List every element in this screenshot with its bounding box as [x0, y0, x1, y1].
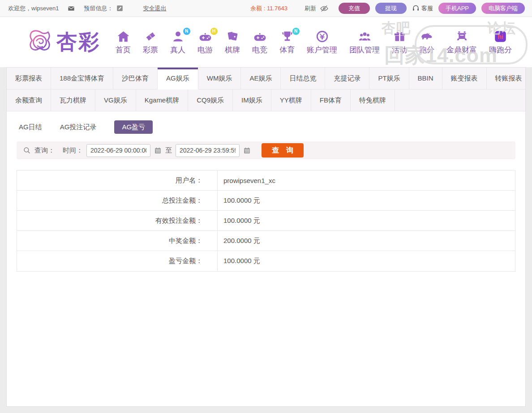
report-row-label: 中奖金额：: [17, 231, 218, 251]
main-nav: 首页彩票N真人H电游棋牌电竞N体育账户管理团队管理活动跑分金鼎财富hi嗨跑分: [116, 30, 512, 55]
home-icon: [116, 30, 130, 43]
logout-link[interactable]: 安全退出: [143, 4, 166, 13]
tab[interactable]: 188金宝博体育: [51, 68, 113, 89]
nav-item[interactable]: 彩票: [143, 30, 158, 55]
customer-service-link[interactable]: 客服: [412, 4, 433, 13]
edit-square-icon[interactable]: [116, 5, 123, 12]
cards-icon: [226, 30, 240, 43]
nav-item[interactable]: 棋牌: [225, 30, 240, 55]
nav-item-label: 跑分: [419, 45, 434, 55]
table-row: 用户名：prowipseven1_xc: [17, 170, 515, 191]
tab[interactable]: 瓦力棋牌: [51, 89, 95, 111]
nav-item[interactable]: 活动: [392, 30, 407, 55]
nav-item-label: 棋牌: [225, 45, 240, 55]
nav-item[interactable]: 金鼎财富: [446, 30, 477, 55]
flower-logo-icon: [28, 30, 52, 54]
tab[interactable]: AG娱乐: [158, 68, 198, 89]
gamepad-icon: [253, 30, 267, 43]
report-row-value: prowipseven1_xc: [218, 170, 275, 190]
recharge-button[interactable]: 充值: [339, 3, 370, 14]
gift-icon: [393, 30, 407, 43]
nav-item-label: 嗨跑分: [489, 45, 512, 55]
calendar-icon[interactable]: [154, 147, 162, 154]
balance-value: 11.7643: [267, 5, 287, 12]
tab[interactable]: Kgame棋牌: [136, 89, 189, 111]
ticket-icon: [144, 30, 158, 43]
headset-icon: [412, 4, 420, 12]
tab[interactable]: IM娱乐: [233, 89, 271, 111]
nav-item-label: 体育: [279, 45, 295, 55]
tab[interactable]: CQ9娱乐: [188, 89, 233, 111]
tabs-row-1: 彩票报表188金宝博体育沙巴体育AG娱乐WM娱乐AE娱乐日结总览充提记录PT娱乐…: [7, 68, 525, 89]
nav-item-label: 账户管理: [307, 45, 337, 55]
time-label: 时间：: [63, 146, 83, 155]
rhino-icon: [420, 30, 434, 43]
nav-item-label: 首页: [116, 45, 131, 55]
tab[interactable]: AE娱乐: [241, 68, 281, 89]
tab[interactable]: BBIN: [409, 68, 442, 89]
tab[interactable]: WM娱乐: [198, 68, 241, 89]
report-row-label: 有效投注金额：: [17, 211, 218, 230]
tab[interactable]: PT娱乐: [369, 68, 409, 89]
report-row-value: 100.0000 元: [218, 191, 260, 210]
topbar: 欢迎您，wipseven1 预留信息： 安全退出 余额 : 11.7643 刷新…: [0, 0, 532, 17]
welcome-text: 欢迎您，wipseven1: [8, 4, 59, 13]
to-label: 至: [165, 146, 172, 155]
table-row: 中奖金额：200.0000 元: [17, 231, 515, 251]
tab[interactable]: 充提记录: [325, 68, 369, 89]
tab[interactable]: YY棋牌: [271, 89, 311, 111]
reserved-info-label: 预留信息：: [84, 4, 113, 13]
tab[interactable]: 账变报表: [442, 68, 487, 89]
person-icon: N: [171, 30, 185, 43]
tab[interactable]: 沙巴体育: [113, 68, 158, 89]
refresh-link[interactable]: 刷新: [305, 4, 316, 13]
eye-slash-icon[interactable]: [320, 4, 329, 13]
mobile-app-button[interactable]: 手机APP: [438, 3, 476, 14]
team-icon: [358, 30, 372, 43]
nav-item-label: 金鼎财富: [446, 45, 477, 55]
svg-text:hi: hi: [498, 33, 503, 40]
start-time-input[interactable]: [86, 144, 150, 157]
ding-icon: [455, 30, 469, 43]
nav-item[interactable]: H电游: [197, 30, 213, 55]
tab[interactable]: FB体育: [311, 89, 351, 111]
report-table: 用户名：prowipseven1_xc总投注金额：100.0000 元有效投注金…: [17, 170, 515, 272]
tab[interactable]: 余额查询: [7, 89, 51, 111]
nav-item[interactable]: N真人: [170, 30, 185, 55]
subtab[interactable]: AG日结: [19, 120, 42, 134]
end-time-input[interactable]: [176, 144, 240, 157]
calendar-icon[interactable]: [243, 147, 251, 154]
pc-client-button[interactable]: 电脑客户端: [481, 3, 525, 14]
site-logo[interactable]: 杏彩: [28, 28, 100, 56]
tab[interactable]: 彩票报表: [7, 68, 51, 89]
magnifier-icon: [23, 146, 31, 154]
nav-item[interactable]: 电竞: [252, 30, 267, 55]
nav-item[interactable]: 跑分: [419, 30, 434, 55]
site-header: 杏彩 首页彩票N真人H电游棋牌电竞N体育账户管理团队管理活动跑分金鼎财富hi嗨跑…: [0, 17, 532, 67]
tab[interactable]: 转账报表: [487, 68, 531, 89]
query-button[interactable]: 查 询: [262, 143, 304, 158]
nav-item[interactable]: 团队管理: [349, 30, 380, 55]
coin-yuan-icon: [315, 30, 329, 43]
withdraw-button[interactable]: 提现: [375, 3, 407, 14]
tab[interactable]: VG娱乐: [95, 89, 136, 111]
subtab[interactable]: AG盈亏: [114, 120, 153, 134]
nav-item-label: 团队管理: [349, 45, 380, 55]
nav-item[interactable]: 首页: [116, 30, 131, 55]
table-row: 总投注金额：100.0000 元: [17, 191, 515, 211]
nav-item-label: 电游: [197, 45, 213, 55]
badge: H: [210, 28, 218, 35]
nav-item[interactable]: hi嗨跑分: [489, 30, 512, 55]
tab[interactable]: 特兔棋牌: [351, 89, 395, 111]
tab[interactable]: 日结总览: [281, 68, 325, 89]
report-row-label: 盈亏金额：: [17, 251, 218, 271]
query-label: 查询：: [34, 146, 55, 155]
table-row: 有效投注金额：100.0000 元: [17, 211, 515, 231]
nav-item[interactable]: N体育: [279, 30, 295, 55]
search-bar: 查询： 时间： 至 查 询: [17, 141, 515, 159]
report-row-value: 100.0000 元: [218, 211, 260, 230]
nav-item[interactable]: 账户管理: [307, 30, 337, 55]
envelope-icon[interactable]: [68, 5, 75, 12]
trophy-icon: N: [280, 30, 294, 43]
subtab[interactable]: AG投注记录: [60, 120, 97, 134]
